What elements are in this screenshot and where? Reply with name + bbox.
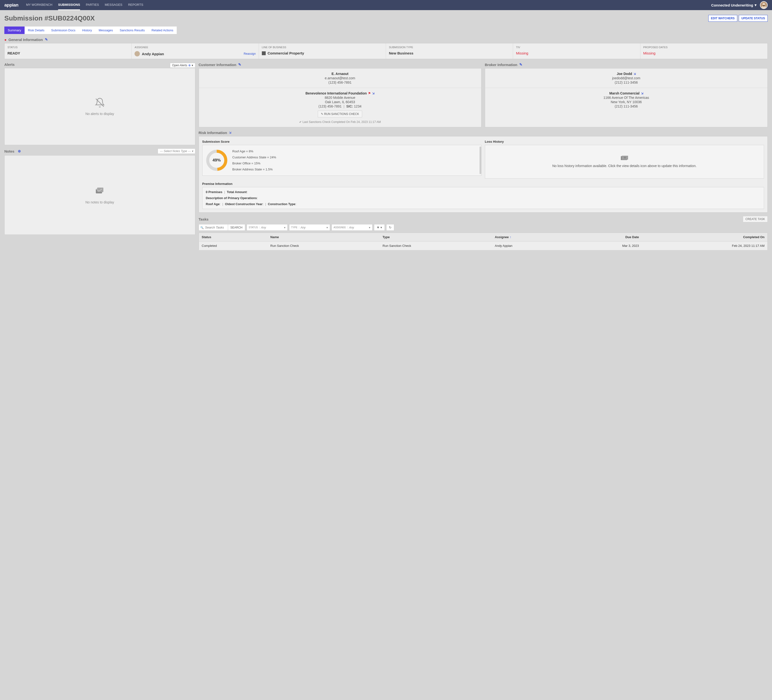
premise-desc-row: Description of Primary Operations:	[206, 196, 761, 200]
edit-broker-icon[interactable]: ✎	[519, 62, 522, 67]
col-type[interactable]: Type	[380, 233, 492, 242]
nav-messages[interactable]: MESSAGES	[105, 0, 123, 10]
refresh-button[interactable]: ↻	[386, 224, 394, 231]
tasks-header-row: Tasks CREATE TASK	[199, 216, 768, 222]
customer-header: Customer Information ✎	[199, 62, 481, 67]
score-percent: 49%	[206, 149, 227, 171]
customer-contact-name: E. Arnaout	[332, 72, 348, 76]
edit-general-icon[interactable]: ✎	[45, 38, 48, 42]
notes-type-dropdown[interactable]: --- Select Notes Type --- ▾	[158, 149, 195, 154]
general-assignee-cell: ASSIGNEE Andy Appian Reassign	[132, 43, 259, 59]
add-note-icon[interactable]: ⊕	[18, 149, 21, 153]
expand-broker-company-icon[interactable]: ⇲	[641, 92, 643, 95]
customer-company-name: Benevolence International Foundation	[306, 92, 367, 95]
nav-submissions[interactable]: SUBMISSIONS	[58, 0, 80, 10]
lob-text: Commercial Property	[268, 51, 304, 55]
broker-contact-name-row: Joe Dodd ⇲	[617, 72, 636, 76]
reassign-link[interactable]: Reassign	[244, 52, 256, 56]
table-row[interactable]: Completed Run Sanction Check Run Sanctio…	[199, 242, 768, 250]
dates-label: PROPOSED DATES	[643, 46, 764, 49]
risk-body: Submission Score 49%	[199, 136, 768, 213]
col-assignee[interactable]: Assignee↑	[492, 233, 568, 242]
construction-type-label: Construction Type	[268, 202, 295, 206]
nav-my-workbench[interactable]: MY WORKBENCH	[26, 0, 52, 10]
nav-right: Connected Underwriting ▾	[711, 1, 768, 9]
tasks-title: Tasks	[199, 217, 209, 221]
col-status[interactable]: Status	[199, 233, 267, 242]
tasks-status-filter[interactable]: STATUS Any	[247, 224, 288, 231]
score-factor: Customer Address State = 24%	[232, 155, 276, 159]
nav-reports[interactable]: REPORTS	[128, 0, 143, 10]
tasks-search-input[interactable]	[199, 224, 228, 231]
alerts-filter-dropdown[interactable]: Open Alerts ⊗ ▾	[170, 63, 195, 68]
tab-risk-details[interactable]: Risk Details	[25, 26, 48, 34]
col-due[interactable]: Due Date	[568, 233, 642, 242]
tasks-assignee-filter[interactable]: ASSIGNEE Any	[332, 224, 373, 231]
chevron-down-icon: ▾	[755, 3, 757, 7]
subtype-value: New Business	[389, 51, 510, 55]
right-column: Customer Information ✎ E. Arnaout e.arna…	[199, 62, 768, 250]
expand-customer-icon[interactable]: ⇲	[372, 92, 375, 95]
page-header: Submission #SUB0224Q00X EDIT WATCHERS UP…	[0, 10, 772, 26]
score-factor: Broker Office = 15%	[232, 162, 276, 165]
general-subtype-cell: SUBMISSION TYPE New Business	[386, 43, 513, 59]
status-filter-value: Any	[261, 226, 282, 229]
tab-submission-docs[interactable]: Submission Docs	[48, 26, 79, 34]
col-completed[interactable]: Completed On	[642, 233, 767, 242]
tab-related-actions[interactable]: Related Actions	[148, 26, 177, 34]
tab-messages[interactable]: Messages	[95, 26, 116, 34]
assignee-avatar-icon	[134, 51, 140, 56]
sanctions-btn-label: RUN SANCTIONS CHECK	[324, 112, 359, 116]
subtype-label: SUBMISSION TYPE	[389, 46, 510, 49]
nav-parties[interactable]: PARTIES	[86, 0, 99, 10]
general-info-header: ● General Information ✎	[4, 38, 768, 42]
money-icon	[621, 156, 628, 160]
broker-contact-phone: (212) 111-3456	[489, 80, 764, 84]
broker-body: Joe Dodd ⇲ joedodd@test.com (212) 111-34…	[485, 68, 768, 127]
broker-company-phone: (212) 111-3456	[489, 105, 764, 108]
tasks-search-button[interactable]: SEARCH	[228, 224, 245, 231]
env-dropdown[interactable]: Connected Underwriting ▾	[711, 3, 757, 7]
user-avatar[interactable]	[760, 1, 768, 9]
customer-contact-email: e.arnaout@test.com	[202, 76, 478, 80]
broker-company-addr1: 1166 Avenue Of The Americas	[489, 96, 764, 100]
tasks-type-filter[interactable]: TYPE Any	[289, 224, 330, 231]
broker-company-name: Marsh Commercial	[609, 92, 640, 95]
type-filter-value: Any	[301, 226, 325, 229]
update-status-button[interactable]: UPDATE STATUS	[739, 15, 768, 22]
tab-summary[interactable]: Summary	[4, 26, 25, 34]
premise-title: Premise Information	[202, 182, 764, 186]
broker-title: Broker Information	[485, 63, 517, 67]
tasks-search-group: SEARCH	[199, 224, 245, 231]
customer-contact-block: E. Arnaout e.arnaout@test.com (123) 456-…	[199, 69, 481, 88]
sanctions-note-text: Last Sanctions Check Completed On Feb 24…	[303, 120, 381, 124]
edit-watchers-button[interactable]: EDIT WATCHERS	[708, 15, 737, 22]
lob-label: LINE OF BUSINESS	[262, 46, 383, 49]
premise-details-row: Roof Age: | Oldest Construction Year: | …	[206, 202, 761, 206]
tab-sanctions-results[interactable]: Sanctions Results	[116, 26, 148, 34]
tab-history[interactable]: History	[79, 26, 95, 34]
score-factor: Roof Age = 8%	[232, 149, 276, 153]
notes-section: Notes ⊕ --- Select Notes Type --- ▾ No n…	[4, 149, 195, 235]
create-task-button[interactable]: CREATE TASK	[743, 216, 768, 222]
expand-broker-contact-icon[interactable]: ⇲	[634, 72, 636, 75]
run-sanctions-button[interactable]: ✎ RUN SANCTIONS CHECK	[318, 111, 362, 118]
filter-button[interactable]: ▼ ▾	[374, 224, 385, 231]
broker-contact-email: joedodd@test.com	[489, 76, 764, 80]
customer-company-addr2: Oak Lawn, IL 60453	[202, 100, 478, 104]
risk-top-row: Submission Score 49%	[202, 140, 764, 178]
cell-status: Completed	[199, 242, 267, 250]
broker-company-name-row: Marsh Commercial ⇲	[609, 92, 643, 95]
general-dates-cell: PROPOSED DATES Missing	[640, 43, 767, 59]
tabs: Summary Risk Details Submission Docs His…	[0, 26, 772, 34]
assignee-value: Andy Appian	[134, 51, 164, 56]
score-factors: Roof Age = 8% Customer Address State = 2…	[232, 149, 276, 171]
sanctions-note: ✔ Last Sanctions Check Completed On Feb …	[202, 120, 478, 124]
edit-customer-icon[interactable]: ✎	[238, 62, 241, 67]
col-name[interactable]: Name	[267, 233, 379, 242]
dates-value: Missing	[643, 51, 764, 55]
score-title: Submission Score	[202, 140, 481, 144]
assignee-filter-label: ASSIGNEE	[334, 226, 348, 229]
expand-risk-icon[interactable]: ⇲	[229, 131, 231, 134]
cell-type: Run Sanction Check	[380, 242, 492, 250]
